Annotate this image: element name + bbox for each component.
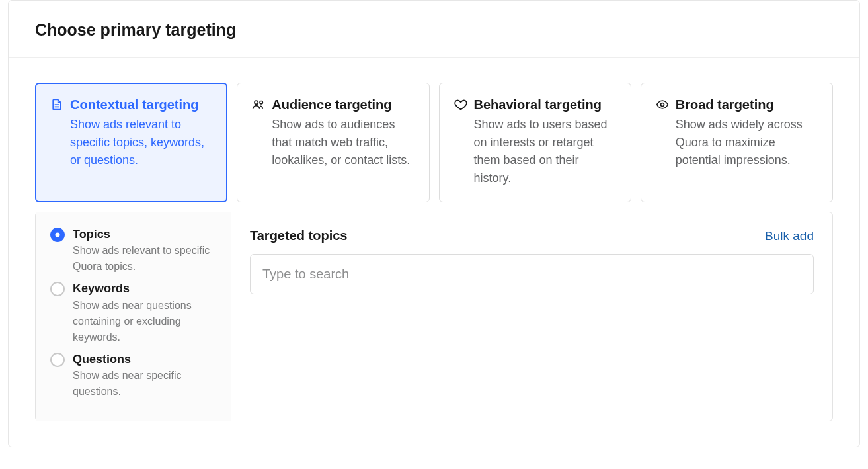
radio-button[interactable] xyxy=(50,282,65,296)
card-description: Show ads widely across Quora to maximize… xyxy=(676,116,818,169)
people-icon xyxy=(252,98,265,111)
radio-item-questions[interactable]: Questions Show ads near specific questio… xyxy=(50,352,216,400)
card-broad-targeting[interactable]: Broad targeting Show ads widely across Q… xyxy=(641,83,833,202)
svg-point-2 xyxy=(660,103,664,107)
card-header: Contextual targeting xyxy=(50,97,212,113)
radio-description: Show ads near specific questions. xyxy=(73,368,216,400)
card-title: Behavioral targeting xyxy=(474,97,602,113)
radio-title: Questions xyxy=(73,352,216,367)
radio-title: Keywords xyxy=(73,281,216,296)
card-description: Show ads to audiences that match web tra… xyxy=(272,116,414,169)
contextual-subtype-sidebar: Topics Show ads relevant to specific Quo… xyxy=(36,212,231,421)
card-description: Show ads relevant to specific topics, ke… xyxy=(70,116,212,169)
radio-button[interactable] xyxy=(50,353,65,367)
page-body: Contextual targeting Show ads relevant t… xyxy=(9,58,859,447)
radio-description: Show ads relevant to specific Quora topi… xyxy=(73,243,216,275)
targeted-topics-main: Targeted topics Bulk add xyxy=(231,212,832,421)
main-header: Targeted topics Bulk add xyxy=(250,228,814,243)
card-header: Behavioral targeting xyxy=(454,97,616,113)
targeting-cards-row: Contextual targeting Show ads relevant t… xyxy=(35,83,833,202)
card-title: Broad targeting xyxy=(676,97,774,113)
radio-title: Topics xyxy=(73,227,216,242)
radio-button[interactable] xyxy=(50,228,65,242)
targeting-container: Choose primary targeting Contextual targ… xyxy=(8,0,860,447)
bulk-add-link[interactable]: Bulk add xyxy=(765,229,814,243)
card-header: Broad targeting xyxy=(656,97,818,113)
card-contextual-targeting[interactable]: Contextual targeting Show ads relevant t… xyxy=(35,83,227,202)
card-header: Audience targeting xyxy=(252,97,414,113)
svg-point-1 xyxy=(260,101,262,104)
radio-label: Keywords Show ads near questions contain… xyxy=(73,281,216,345)
radio-label: Questions Show ads near specific questio… xyxy=(73,352,216,400)
heart-icon xyxy=(454,98,467,111)
document-icon xyxy=(50,98,63,111)
radio-item-keywords[interactable]: Keywords Show ads near questions contain… xyxy=(50,281,216,345)
card-title: Contextual targeting xyxy=(70,97,198,113)
topics-search-input[interactable] xyxy=(250,254,814,294)
svg-point-0 xyxy=(255,101,258,104)
card-audience-targeting[interactable]: Audience targeting Show ads to audiences… xyxy=(237,83,429,202)
card-description: Show ads to users based on interests or … xyxy=(474,116,616,187)
main-title: Targeted topics xyxy=(250,228,347,243)
card-title: Audience targeting xyxy=(272,97,391,113)
card-behavioral-targeting[interactable]: Behavioral targeting Show ads to users b… xyxy=(439,83,631,202)
page-title: Choose primary targeting xyxy=(35,21,833,40)
radio-description: Show ads near questions containing or ex… xyxy=(73,298,216,345)
page-header: Choose primary targeting xyxy=(9,1,859,58)
radio-label: Topics Show ads relevant to specific Quo… xyxy=(73,227,216,275)
eye-icon xyxy=(656,98,669,111)
radio-item-topics[interactable]: Topics Show ads relevant to specific Quo… xyxy=(50,227,216,275)
contextual-panel: Topics Show ads relevant to specific Quo… xyxy=(35,212,833,421)
